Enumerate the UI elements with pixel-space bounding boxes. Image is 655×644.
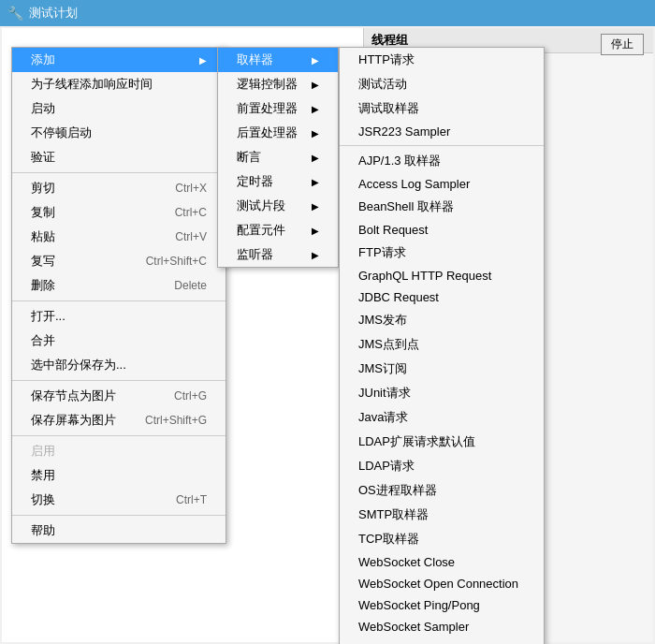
menu-item-jms-publish[interactable]: JMS发布 xyxy=(340,308,544,332)
menu-item-java-request[interactable]: Java请求 xyxy=(340,405,544,430)
context-menu-right: HTTP请求 测试活动 调试取样器 JSR223 Sampler AJP/1.3… xyxy=(339,47,545,644)
right-sep-1 xyxy=(340,145,544,146)
menu-item-add[interactable]: 添加 ▶ xyxy=(12,48,226,72)
menu-item-timer[interactable]: 定时器 ▶ xyxy=(218,169,338,194)
menu-item-websocket-close[interactable]: WebSocket Close xyxy=(340,551,544,573)
separator-3 xyxy=(12,380,226,381)
menu-item-sampler[interactable]: 取样器 ▶ xyxy=(218,48,338,72)
menu-item-validate[interactable]: 验证 xyxy=(12,145,226,169)
menu-item-junit-request[interactable]: JUnit请求 xyxy=(340,381,544,405)
app-background: 🔧 测试计划 线程组 停止 添加 ▶ 为子线程添加响应时间 启动 不停顿启动 xyxy=(0,0,655,644)
menu-item-os-process[interactable]: OS进程取样器 xyxy=(340,478,544,503)
menu-item-ldap-request[interactable]: LDAP请求 xyxy=(340,454,544,478)
menu-item-add-response-time[interactable]: 为子线程添加响应时间 xyxy=(12,72,226,96)
menu-item-config-element[interactable]: 配置元件 ▶ xyxy=(218,218,338,242)
separator-2 xyxy=(12,300,226,301)
app-content: 线程组 停止 添加 ▶ 为子线程添加响应时间 启动 不停顿启动 验证 剪切 xyxy=(2,28,653,642)
menu-item-paste[interactable]: 粘贴 Ctrl+V xyxy=(12,225,226,249)
menu-item-open[interactable]: 打开... xyxy=(12,304,226,329)
stop-button[interactable]: 停止 xyxy=(601,34,644,55)
menu-item-jms-subscribe[interactable]: JMS订阅 xyxy=(340,357,544,381)
menu-item-post-processor[interactable]: 后置处理器 ▶ xyxy=(218,121,338,145)
app-icon: 🔧 xyxy=(7,6,23,21)
menu-item-cut[interactable]: 剪切 Ctrl+X xyxy=(12,176,226,200)
menu-item-access-log-sampler[interactable]: Access Log Sampler xyxy=(340,173,544,195)
menu-item-bolt-request[interactable]: Bolt Request xyxy=(340,219,544,241)
menu-item-disable[interactable]: 禁用 xyxy=(12,463,226,488)
menu-item-tcp-sampler[interactable]: TCP取样器 xyxy=(340,527,544,551)
menu-item-websocket-sampler[interactable]: WebSocket Sampler xyxy=(340,616,544,637)
menu-item-websocket-open[interactable]: WebSocket Open Connection xyxy=(340,573,544,594)
menu-item-jms-point[interactable]: JMS点到点 xyxy=(340,332,544,357)
menu-item-http-request[interactable]: HTTP请求 xyxy=(340,48,544,72)
menu-item-merge[interactable]: 合并 xyxy=(12,329,226,353)
menu-item-pre-processor[interactable]: 前置处理器 ▶ xyxy=(218,96,338,121)
menu-item-jdbc-request[interactable]: JDBC Request xyxy=(340,286,544,308)
menu-item-jsr223-sampler[interactable]: JSR223 Sampler xyxy=(340,121,544,142)
separator-1 xyxy=(12,172,226,173)
menu-item-websocket-single-read[interactable]: WebSocket Single Read Sampler xyxy=(340,637,544,644)
menu-item-assertion[interactable]: 断言 ▶ xyxy=(218,145,338,169)
menu-item-beanshell-sampler[interactable]: BeanShell 取样器 xyxy=(340,195,544,219)
menu-item-copy[interactable]: 复制 Ctrl+C xyxy=(12,200,226,225)
title-bar: 🔧 测试计划 xyxy=(0,0,655,26)
menu-item-test-activity[interactable]: 测试活动 xyxy=(340,72,544,96)
menu-item-enable: 启用 xyxy=(12,439,226,463)
menu-item-help[interactable]: 帮助 xyxy=(12,519,226,543)
menu-item-start-no-pause[interactable]: 不停顿启动 xyxy=(12,121,226,145)
menu-item-save-screen-image[interactable]: 保存屏幕为图片 Ctrl+Shift+G xyxy=(12,408,226,432)
menu-item-ftp-request[interactable]: FTP请求 xyxy=(340,241,544,265)
separator-5 xyxy=(12,515,226,516)
context-menu-mid: 取样器 ▶ 逻辑控制器 ▶ 前置处理器 ▶ 后置处理器 ▶ 断言 ▶ 定时器 ▶ xyxy=(217,47,339,268)
context-menu-left: 添加 ▶ 为子线程添加响应时间 启动 不停顿启动 验证 剪切 Ctrl+X 复制 xyxy=(11,47,226,544)
menu-item-listener[interactable]: 监听器 ▶ xyxy=(218,242,338,267)
menu-item-save-node-image[interactable]: 保存节点为图片 Ctrl+G xyxy=(12,384,226,408)
menu-item-save-selected[interactable]: 选中部分保存为... xyxy=(12,353,226,377)
menu-item-start[interactable]: 启动 xyxy=(12,96,226,121)
menu-item-debug-sampler[interactable]: 调试取样器 xyxy=(340,96,544,121)
menu-item-graphql-request[interactable]: GraphQL HTTP Request xyxy=(340,265,544,286)
menu-item-smtp-sampler[interactable]: SMTP取样器 xyxy=(340,503,544,527)
menu-item-websocket-ping[interactable]: WebSocket Ping/Pong xyxy=(340,594,544,616)
app-title: 测试计划 xyxy=(29,5,78,22)
menu-item-toggle[interactable]: 切换 Ctrl+T xyxy=(12,488,226,512)
separator-4 xyxy=(12,435,226,436)
menu-item-delete[interactable]: 删除 Delete xyxy=(12,273,226,298)
menu-item-ajp-sampler[interactable]: AJP/1.3 取样器 xyxy=(340,149,544,173)
menu-item-logic-controller[interactable]: 逻辑控制器 ▶ xyxy=(218,72,338,96)
menu-item-ldap-extended[interactable]: LDAP扩展请求默认值 xyxy=(340,430,544,454)
menu-item-duplicate[interactable]: 复写 Ctrl+Shift+C xyxy=(12,249,226,273)
menu-item-test-fragment[interactable]: 测试片段 ▶ xyxy=(218,194,338,218)
